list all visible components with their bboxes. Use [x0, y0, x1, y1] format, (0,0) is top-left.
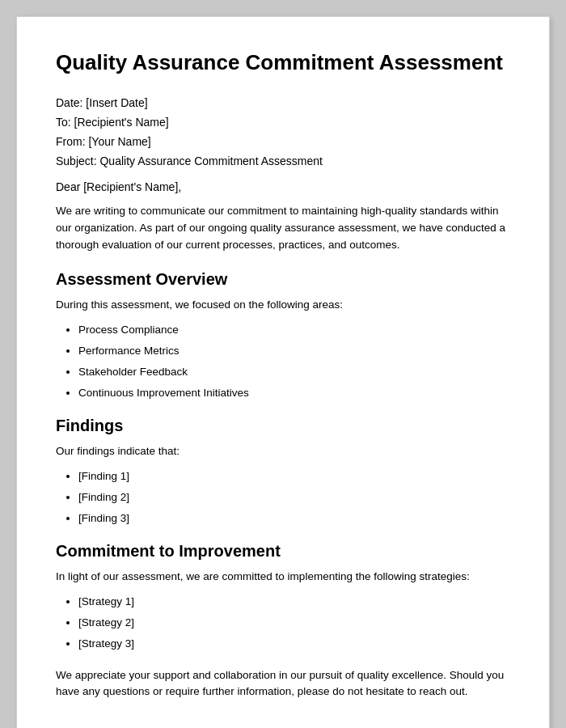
assessment-overview-list: Process Compliance Performance Metrics S…: [78, 320, 510, 404]
list-item: Performance Metrics: [78, 341, 510, 361]
to-field: To: [Recipient's Name]: [56, 116, 510, 129]
list-item: Process Compliance: [78, 320, 510, 340]
document-title: Quality Assurance Commitment Assessment: [56, 49, 510, 77]
list-item: [Finding 1]: [78, 467, 510, 486]
findings-intro: Our findings indicate that:: [56, 445, 510, 457]
assessment-overview-intro: During this assessment, we focused on th…: [56, 298, 510, 311]
assessment-overview-heading: Assessment Overview: [56, 270, 510, 289]
list-item: [Strategy 1]: [78, 592, 510, 612]
from-field: From: [Your Name]: [56, 135, 510, 148]
commitment-heading: Commitment to Improvement: [56, 542, 510, 561]
findings-list: [Finding 1] [Finding 2] [Finding 3]: [78, 467, 510, 529]
list-item: Stakeholder Feedback: [78, 362, 510, 382]
list-item: [Finding 3]: [78, 509, 510, 528]
closing-paragraph: We appreciate your support and collabora…: [56, 667, 510, 701]
intro-paragraph: We are writing to communicate our commit…: [56, 203, 510, 254]
list-item: [Finding 2]: [78, 488, 510, 507]
document-page: Quality Assurance Commitment Assessment …: [16, 16, 550, 728]
subject-field: Subject: Quality Assurance Commitment As…: [56, 154, 510, 167]
findings-heading: Findings: [56, 417, 510, 435]
commitment-list: [Strategy 1] [Strategy 2] [Strategy 3]: [78, 592, 510, 654]
date-field: Date: [Insert Date]: [56, 96, 510, 109]
list-item: [Strategy 3]: [78, 634, 510, 654]
salutation: Dear [Recipient's Name],: [56, 180, 510, 193]
list-item: [Strategy 2]: [78, 613, 510, 633]
commitment-intro: In light of our assessment, we are commi…: [56, 570, 510, 582]
list-item: Continuous Improvement Initiatives: [78, 383, 510, 403]
